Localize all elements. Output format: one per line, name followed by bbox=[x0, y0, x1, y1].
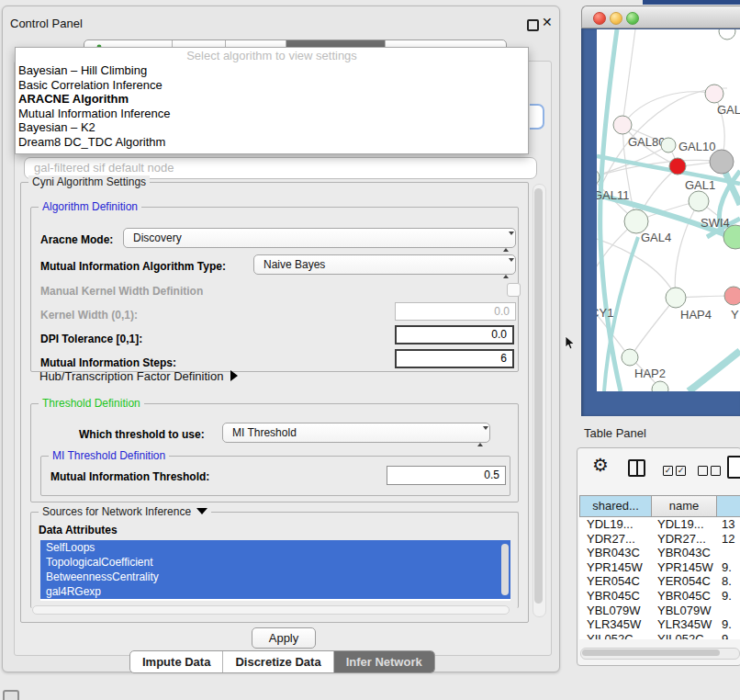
which-threshold-label: Which threshold to use: bbox=[79, 428, 205, 441]
node-label: GAL80 bbox=[628, 135, 665, 149]
algorithm-option[interactable]: Bayesian – K2 bbox=[16, 120, 528, 135]
table-header: shared... name bbox=[579, 495, 740, 517]
list-scrollbar-thumb[interactable] bbox=[501, 544, 509, 595]
table-horizontal-scrollbar[interactable] bbox=[580, 648, 740, 660]
network-canvas[interactable]: GALGAL80GAL10GAL1GAL11GAL4SWI4GCY1HAP4YH… bbox=[597, 29, 740, 391]
table-panel-window: ⚙ ✓ ✓ shared... name YDL19...YDL19...13Y… bbox=[577, 447, 740, 666]
network-node[interactable] bbox=[652, 381, 668, 391]
algorithm-option[interactable]: Mutual Information Inference bbox=[16, 107, 528, 121]
unchecked-box-icon[interactable] bbox=[711, 466, 721, 476]
data-attribute-item[interactable]: TopologicalCoefficient bbox=[40, 555, 510, 570]
gear-icon[interactable]: ⚙ bbox=[592, 456, 609, 474]
table-row[interactable]: YPR145WYPR145W9. bbox=[579, 560, 740, 575]
algorithm-option[interactable]: Bayesian – Hill Climbing bbox=[16, 63, 528, 78]
document-icon[interactable] bbox=[727, 456, 740, 479]
data-attributes-list[interactable]: SelfLoopsTopologicalCoefficientBetweenne… bbox=[40, 540, 510, 601]
network-node-gal1[interactable] bbox=[669, 158, 686, 175]
table-row[interactable]: YBL079WYBL079W bbox=[579, 604, 740, 618]
dock-grip-icon[interactable] bbox=[3, 690, 19, 700]
mi-threshold-label: Mutual Information Threshold: bbox=[50, 470, 209, 483]
float-window-icon[interactable] bbox=[527, 19, 539, 31]
tab-impute-data[interactable]: Impute Data bbox=[130, 651, 222, 672]
minimize-traffic-light[interactable] bbox=[610, 12, 622, 25]
mi-steps-field[interactable]: 6 bbox=[395, 349, 514, 368]
which-threshold-select[interactable]: MI Threshold bbox=[222, 423, 490, 443]
mi-threshold-field[interactable]: 0.5 bbox=[387, 466, 506, 485]
column-header-partial[interactable] bbox=[717, 495, 740, 517]
table-cell: 9. bbox=[717, 560, 740, 575]
dpi-tolerance-label: DPI Tolerance [0,1]: bbox=[40, 333, 142, 345]
table-cell: 9. bbox=[717, 632, 740, 639]
mi-type-label: Mutual Information Algorithm Type: bbox=[40, 260, 226, 273]
network-node[interactable] bbox=[689, 191, 709, 211]
network-node-gal[interactable] bbox=[705, 85, 723, 103]
column-header-name[interactable]: name bbox=[652, 495, 717, 517]
table-body[interactable]: YDL19...YDL19...13YDR27...YDR27...12YBR0… bbox=[579, 517, 740, 639]
table-row[interactable]: YBR045CYBR045C9. bbox=[579, 589, 740, 604]
tab-infer-network[interactable]: Infer Network bbox=[333, 651, 434, 672]
data-attribute-item[interactable]: gal4RGexp bbox=[40, 584, 510, 599]
manual-kernel-checkbox[interactable] bbox=[507, 283, 521, 297]
kernel-width-field[interactable]: 0.0 bbox=[395, 302, 516, 321]
table-cell: YIL052C bbox=[579, 632, 652, 639]
tab-discretize-data[interactable]: Discretize Data bbox=[222, 651, 332, 672]
dpi-tolerance-field[interactable]: 0.0 bbox=[395, 325, 514, 344]
network-node[interactable] bbox=[719, 29, 735, 40]
mi-type-select[interactable]: Naive Bayes bbox=[253, 254, 516, 275]
gray-edges bbox=[597, 29, 735, 388]
algorithm-option[interactable]: Basic Correlation Inference bbox=[16, 78, 528, 93]
zoom-traffic-light[interactable] bbox=[626, 12, 639, 25]
node-label: GAL1 bbox=[685, 178, 715, 192]
aracne-mode-select[interactable]: Discovery bbox=[123, 228, 516, 248]
data-attribute-item[interactable]: SelfLoops bbox=[40, 540, 510, 555]
kernel-width-label: Kernel Width (0,1): bbox=[40, 309, 138, 322]
settings-horizontal-scrollbar[interactable] bbox=[32, 605, 510, 615]
split-columns-icon[interactable] bbox=[628, 459, 645, 477]
mi-steps-label: Mutual Information Steps: bbox=[40, 356, 176, 369]
checked-box-icon[interactable]: ✓ bbox=[676, 466, 686, 476]
table-row[interactable]: YER054CYER054C8. bbox=[579, 574, 740, 589]
hub-definition-expander[interactable]: Hub/Transcription Factor Definition bbox=[39, 369, 238, 383]
algorithm-definition-group: Algorithm Definition Aracne Mode: Discov… bbox=[30, 207, 519, 372]
control-panel-title: Control Panel bbox=[10, 17, 83, 30]
close-traffic-light[interactable] bbox=[593, 12, 606, 25]
table-cell bbox=[717, 546, 740, 560]
unchecked-box-icon[interactable] bbox=[698, 466, 708, 476]
algorithm-option[interactable]: ARACNE Algorithm bbox=[16, 92, 528, 107]
network-node-gal10[interactable] bbox=[661, 138, 676, 152]
table-cell: YER054C bbox=[652, 574, 717, 589]
close-icon[interactable]: ✕ bbox=[542, 15, 553, 29]
table-row[interactable]: YDL19...YDL19...13 bbox=[579, 517, 740, 532]
apply-button[interactable]: Apply bbox=[252, 627, 316, 649]
table-cell: YDL19... bbox=[652, 517, 717, 532]
scrollbar-thumb[interactable] bbox=[582, 649, 720, 656]
table-cell: YPR145W bbox=[579, 560, 652, 575]
checked-box-icon[interactable]: ✓ bbox=[663, 466, 673, 476]
cyni-bottom-tabbar: Impute Data Discretize Data Infer Networ… bbox=[129, 650, 435, 673]
algorithm-options-list: Bayesian – Hill ClimbingBasic Correlatio… bbox=[16, 63, 528, 149]
table-row[interactable]: YBR043CYBR043C bbox=[579, 546, 740, 560]
network-node-hap2[interactable] bbox=[622, 349, 638, 366]
table-cell bbox=[717, 604, 740, 618]
table-row[interactable]: YIL052CYIL052C9. bbox=[579, 632, 740, 639]
stepper-icon bbox=[503, 232, 510, 251]
network-window-titlebar[interactable] bbox=[581, 6, 740, 28]
table-panel-title: Table Panel bbox=[584, 426, 646, 440]
table-row[interactable]: YDR27...YDR27...12 bbox=[579, 532, 740, 547]
column-header-shared-name[interactable]: shared... bbox=[579, 495, 652, 517]
network-node-hap4[interactable] bbox=[666, 288, 686, 308]
settings-vertical-scrollbar[interactable] bbox=[533, 184, 546, 617]
network-node-gal80[interactable] bbox=[613, 116, 632, 134]
algorithm-option[interactable]: Dream8 DC_TDC Algorithm bbox=[16, 135, 528, 150]
network-node-y[interactable] bbox=[724, 287, 740, 305]
table-cell: YBR045C bbox=[652, 589, 717, 604]
data-attribute-item[interactable]: BetweennessCentrality bbox=[40, 570, 510, 584]
cyni-algorithm-settings-group: Cyni Algorithm Settings Algorithm Defini… bbox=[20, 182, 529, 623]
table-row[interactable]: YLR345WYLR345W9. bbox=[579, 617, 740, 632]
stepper-icon bbox=[477, 427, 484, 446]
node-label: SWI4 bbox=[701, 216, 730, 230]
algorithm-combo-fragment[interactable] bbox=[530, 104, 544, 130]
table-cell: 9. bbox=[717, 589, 740, 604]
network-node[interactable] bbox=[710, 150, 734, 174]
scrollbar-thumb[interactable] bbox=[534, 188, 543, 604]
